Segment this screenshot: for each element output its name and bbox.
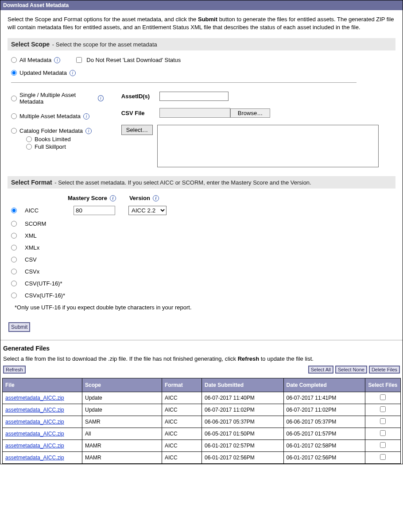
generated-files-title: Generated Files (3, 345, 400, 352)
intro-bold: Submit (198, 16, 217, 23)
row-checkbox[interactable] (380, 430, 386, 436)
label-format-csvx-utf16: CSVx(UTF-16)* (25, 292, 74, 299)
assetid-input[interactable] (159, 92, 229, 101)
generated-files-desc: Select a file from the list to download … (3, 355, 400, 362)
col-completed: Date Completed (283, 378, 365, 392)
catalog-textarea[interactable] (157, 125, 379, 167)
cell-format: AICC (162, 452, 202, 464)
delete-files-button[interactable]: Delete Files (369, 366, 400, 374)
cell-scope: Update (82, 404, 162, 416)
radio-single-multiple[interactable] (11, 96, 17, 101)
table-row: assetmetadata_AICC.zipUpdateAICC06-07-20… (3, 404, 401, 416)
mastery-score-label: Mastery Score (68, 195, 107, 201)
cell-submitted: 06-06-2017 05:37PM (202, 416, 284, 428)
cell-format: AICC (162, 428, 202, 440)
cell-scope: MAMR (82, 452, 162, 464)
label-format-aicc: AICC (25, 207, 74, 214)
radio-full-skillport[interactable] (26, 144, 32, 150)
version-select[interactable]: AICC 2.2 (128, 206, 167, 215)
mastery-score-input[interactable] (74, 206, 115, 215)
cell-format: AICC (162, 440, 202, 452)
select-scope-header: Select Scope - Select the scope for the … (8, 38, 395, 50)
col-scope: Scope (82, 378, 162, 392)
intro-pre: Select the Scope and Format options for … (8, 16, 198, 23)
cell-completed: 06-01-2017 02:58PM (283, 440, 365, 452)
radio-updated-metadata[interactable] (11, 70, 17, 76)
label-format-csv-utf16: CSV(UTF-16)* (25, 280, 74, 287)
file-link[interactable]: assetmetadata_AICC.zip (5, 455, 64, 461)
cell-scope: SAMR (82, 416, 162, 428)
row-checkbox[interactable] (380, 454, 386, 460)
cell-completed: 06-05-2017 01:57PM (283, 428, 365, 440)
table-row: assetmetadata_AICC.zipUpdateAICC06-07-20… (3, 392, 401, 404)
col-select: Select Files (365, 378, 401, 392)
select-format-title: Select Format (11, 179, 52, 186)
label-full-skillport: Full Skillport (35, 143, 66, 150)
refresh-button[interactable]: Refresh (3, 366, 26, 374)
info-icon[interactable]: i (98, 95, 104, 101)
label-updated-metadata: Updated Metadata (19, 69, 67, 76)
file-link[interactable]: assetmetadata_AICC.zip (5, 431, 64, 437)
divider (0, 340, 403, 340)
radio-format-xmlx[interactable] (11, 245, 17, 251)
cell-completed: 06-01-2017 02:56PM (283, 452, 365, 464)
radio-format-scorm[interactable] (11, 221, 17, 227)
label-format-scorm: SCORM (25, 220, 74, 227)
table-row: assetmetadata_AICC.zipMAMRAICC06-01-2017… (3, 452, 401, 464)
cell-completed: 06-07-2017 11:41PM (283, 392, 365, 404)
cell-submitted: 06-07-2017 11:02PM (202, 404, 284, 416)
select-none-button[interactable]: Select None (335, 366, 367, 374)
label-multiple: Multiple Asset Metadata (19, 113, 81, 120)
browse-button[interactable]: Browse… (230, 108, 270, 118)
cell-completed: 06-06-2017 05:37PM (283, 416, 365, 428)
table-row: assetmetadata_AICC.zipAllAICC06-05-2017 … (3, 428, 401, 440)
csv-file-display (159, 108, 230, 118)
select-scope-title: Select Scope (11, 41, 50, 48)
file-link[interactable]: assetmetadata_AICC.zip (5, 419, 64, 425)
radio-format-csvx[interactable] (11, 269, 17, 274)
cell-format: AICC (162, 404, 202, 416)
row-checkbox[interactable] (380, 394, 386, 400)
col-file: File (3, 378, 82, 392)
file-link[interactable]: assetmetadata_AICC.zip (5, 395, 64, 401)
submit-button[interactable]: Submit (8, 322, 30, 332)
label-catalog-folder: Catalog Folder Metadata (19, 127, 83, 134)
cell-scope: All (82, 428, 162, 440)
select-button[interactable]: Select… (121, 125, 153, 135)
table-row: assetmetadata_AICC.zipMAMRAICC06-01-2017… (3, 440, 401, 452)
info-icon[interactable]: i (70, 70, 76, 76)
select-all-button[interactable]: Select All (308, 366, 333, 374)
checkbox-do-not-reset[interactable] (76, 57, 82, 63)
file-link[interactable]: assetmetadata_AICC.zip (5, 407, 64, 413)
col-format: Format (162, 378, 202, 392)
radio-format-csvx-utf16[interactable] (11, 293, 17, 298)
label-all-metadata: All Metadata (19, 57, 51, 63)
radio-format-aicc[interactable] (11, 208, 17, 213)
radio-format-csv[interactable] (11, 257, 17, 262)
row-checkbox[interactable] (380, 418, 386, 424)
cell-scope: Update (82, 392, 162, 404)
info-icon[interactable]: i (83, 113, 89, 120)
table-row: assetmetadata_AICC.zipSAMRAICC06-06-2017… (3, 416, 401, 428)
info-icon[interactable]: i (54, 57, 60, 63)
version-label: Version (129, 195, 150, 201)
file-link[interactable]: assetmetadata_AICC.zip (5, 443, 64, 449)
radio-catalog-folder[interactable] (11, 128, 17, 134)
info-icon[interactable]: i (153, 195, 159, 201)
info-icon[interactable]: i (85, 128, 92, 134)
generated-files-table: File Scope Format Date Submitted Date Co… (2, 378, 401, 464)
radio-books-limited[interactable] (26, 136, 32, 142)
label-do-not-reset: Do Not Reset 'Last Download' Status (86, 57, 181, 63)
radio-multiple[interactable] (11, 113, 17, 119)
divider (11, 82, 356, 83)
cell-scope: MAMR (82, 440, 162, 452)
page-title: Download Asset Metadata (0, 0, 403, 10)
row-checkbox[interactable] (380, 442, 386, 448)
label-format-csvx: CSVx (25, 268, 74, 275)
radio-all-metadata[interactable] (11, 57, 17, 63)
radio-format-xml[interactable] (11, 233, 17, 239)
row-checkbox[interactable] (380, 406, 386, 412)
radio-format-csv-utf16[interactable] (11, 281, 17, 286)
info-icon[interactable]: i (110, 195, 116, 201)
cell-completed: 06-07-2017 11:02PM (283, 404, 365, 416)
